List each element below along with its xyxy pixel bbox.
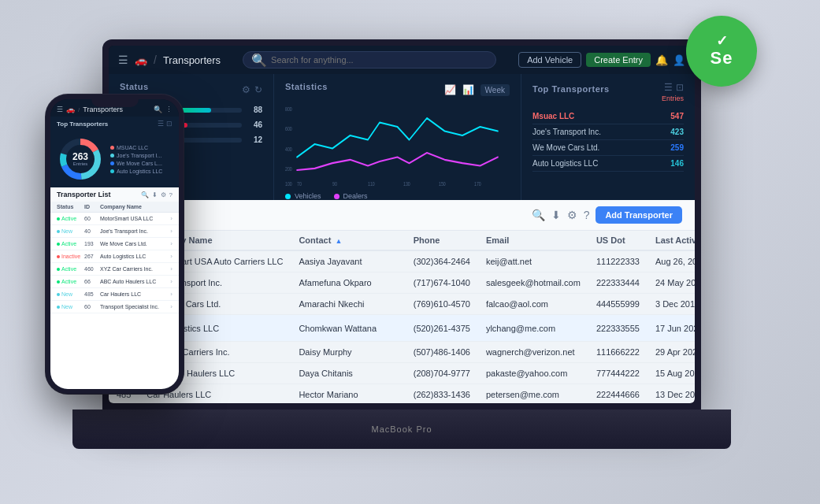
trans-expand-icon[interactable]: ⊡: [676, 82, 684, 93]
status-text: Active: [61, 266, 76, 272]
line-chart-icon[interactable]: 📈: [444, 84, 456, 95]
table-header: ter List 🔍 ⬇ ⚙ ? Add Transporter: [109, 200, 695, 231]
download-icon[interactable]: ⬇: [551, 209, 561, 221]
phone-table-help[interactable]: ?: [169, 191, 173, 198]
navbar-actions: Add Vehicle Create Entry 🔔 👤: [518, 52, 685, 68]
cell-activity: 29 Apr 2020 10:07 am: [647, 342, 695, 363]
col-activity[interactable]: Last Activity: [647, 231, 695, 250]
phone-list-item[interactable]: Active 193 We Move Cars Ltd. ›: [50, 238, 179, 250]
dealers-legend: Dealers: [334, 192, 368, 200]
phone-row-action[interactable]: ›: [170, 215, 173, 222]
filter-icon[interactable]: ⚙: [242, 84, 250, 95]
status-text: New: [61, 228, 72, 234]
stats-controls: 📈 📊 Week: [444, 84, 510, 96]
phone-name: Joe's Transport Inc.: [100, 228, 170, 234]
cell-email: ylchang@me.com: [478, 315, 588, 342]
status-dot: [57, 230, 60, 233]
phone-row-action[interactable]: ›: [170, 303, 173, 310]
phone-list-icon[interactable]: ☰: [158, 120, 164, 128]
stats-title: Statistics: [285, 82, 328, 91]
phone-id: 267: [84, 254, 100, 259]
phone-list-item[interactable]: New 60 Transport Specialist Inc. ›: [50, 301, 179, 313]
col-usdot[interactable]: US Dot: [588, 231, 647, 250]
phone-row-action[interactable]: ›: [170, 253, 173, 260]
phone-id: 60: [84, 304, 100, 309]
col-email[interactable]: Email: [478, 231, 588, 250]
filter-ctrl-icon[interactable]: ⚙: [567, 209, 577, 221]
phone-status: Active: [57, 279, 84, 284]
phone-id: 193: [84, 241, 100, 246]
phone-row-action[interactable]: ›: [170, 240, 173, 247]
phone-name: MotorSmart USA LLC: [100, 216, 170, 221]
cell-usdot: 222333555: [588, 315, 647, 342]
phone-row-action[interactable]: ›: [170, 265, 173, 272]
phone-list-item[interactable]: Active 60 MotorSmart USA LLC ›: [50, 213, 179, 225]
status-text: Active: [61, 241, 76, 246]
phone: ☰ 🚗 / Transporters 🔍 ⋮ Top Transporters …: [46, 94, 184, 394]
svg-text:130: 130: [403, 180, 410, 187]
phone-list-item[interactable]: Inactive 267 Auto Logistics LLC ›: [50, 250, 179, 263]
cell-phone: (262)833-1436: [406, 384, 478, 404]
phone-table-search[interactable]: 🔍: [141, 191, 149, 198]
refresh-icon[interactable]: ↻: [254, 84, 262, 95]
col-phone[interactable]: Phone: [406, 231, 478, 250]
phone-sep: /: [78, 106, 80, 113]
table-row[interactable]: 460 XYZ Car Carriers Inc. Daisy Murphy (…: [109, 342, 695, 363]
table-row[interactable]: 193 We Move Cars Ltd. Amarachi Nkechi (7…: [109, 294, 695, 315]
phone-table-filter[interactable]: ⚙: [161, 191, 166, 198]
phone-status: Active: [57, 241, 84, 246]
search-input[interactable]: [271, 55, 488, 65]
phone-table-download[interactable]: ⬇: [152, 191, 158, 198]
add-transporter-button[interactable]: Add Transporter: [596, 206, 682, 224]
table-row[interactable]: 40 Joe's Transport Inc. Afamefuna Okparo…: [109, 272, 695, 294]
phone-search-icon[interactable]: 🔍: [154, 106, 162, 113]
table-row[interactable]: 66 ABC Auto Haulers LLC Daya Chitanis (2…: [109, 363, 695, 384]
menu-icon[interactable]: ☰: [118, 54, 128, 66]
status-text: Inactive: [61, 254, 80, 259]
search-ctrl-icon[interactable]: 🔍: [532, 209, 545, 221]
phone-rows[interactable]: Active 60 MotorSmart USA LLC › New 40 Jo…: [50, 213, 179, 389]
phone-more-icon[interactable]: ⋮: [165, 106, 173, 113]
phone-status: Active: [57, 266, 84, 272]
phone-list-item[interactable]: New 485 Car Haulers LLC ›: [50, 288, 179, 301]
phone-list-item[interactable]: Active 460 XYZ Car Carriers Inc. ›: [50, 263, 179, 276]
search-bar[interactable]: 🔍: [243, 51, 496, 69]
table-row[interactable]: 267 Auto Logistics LLC Chomkwan Wattana …: [109, 315, 695, 342]
phone-row-action[interactable]: ›: [170, 278, 173, 285]
phone-name: ABC Auto Haulers LLC: [100, 279, 170, 284]
create-entry-button[interactable]: Create Entry: [586, 53, 651, 67]
table-scroll[interactable]: ID Company Name Contact ▲ Phone Email US…: [109, 231, 695, 403]
add-vehicle-button[interactable]: Add Vehicle: [518, 52, 581, 68]
phone-menu-icon[interactable]: ☰: [57, 106, 63, 113]
period-selector[interactable]: Week: [480, 84, 510, 96]
table-row[interactable]: 60 MotorSmart USA Auto Carriers LLC Aasi…: [109, 250, 695, 272]
laptop-bezel: ☰ 🚗 / Transporters 🔍 Add Vehicle Create …: [102, 39, 701, 410]
msuac-legend-label: MSUAC LLC: [117, 145, 148, 150]
phone-row-action[interactable]: ›: [170, 228, 173, 235]
notification-icon[interactable]: 🔔: [655, 54, 668, 66]
phone-table-title: Transporter List: [57, 191, 111, 198]
joe-legend-label: Joe's Transport I...: [117, 153, 161, 158]
phone-list-item[interactable]: New 40 Joe's Transport Inc. ›: [50, 225, 179, 238]
col-contact[interactable]: Contact ▲: [291, 231, 405, 250]
phone-status: Active: [57, 216, 84, 221]
table-row[interactable]: 485 Car Haulers LLC Hector Mariano (262)…: [109, 384, 695, 404]
main-content: Status ⚙ ↻ Active: [109, 74, 695, 403]
phone-name: XYZ Car Carriers Inc.: [100, 266, 170, 272]
chart-legend: Vehicles Dealers: [285, 192, 510, 200]
user-icon[interactable]: 👤: [673, 54, 685, 66]
phone-col-id: ID: [84, 204, 100, 209]
phone-id: 460: [84, 266, 100, 272]
selenium-badge: ✓ Se: [686, 16, 757, 87]
phone-row-action[interactable]: ›: [170, 291, 173, 298]
phone-expand-icon[interactable]: ⊡: [166, 120, 173, 128]
trans-list-icon[interactable]: ☰: [664, 82, 673, 93]
transporter-name-msuac: Msuac LLC: [532, 112, 574, 120]
phone-list-item[interactable]: Active 66 ABC Auto Haulers LLC ›: [50, 276, 179, 288]
phone-status: New: [57, 228, 84, 234]
phone-status: New: [57, 304, 84, 309]
bar-chart-icon[interactable]: 📊: [462, 84, 474, 95]
legend-msuac: MSUAC LLC: [110, 145, 162, 150]
transporter-row-msuac: Msuac LLC 547: [532, 109, 684, 124]
help-icon[interactable]: ?: [584, 209, 590, 221]
